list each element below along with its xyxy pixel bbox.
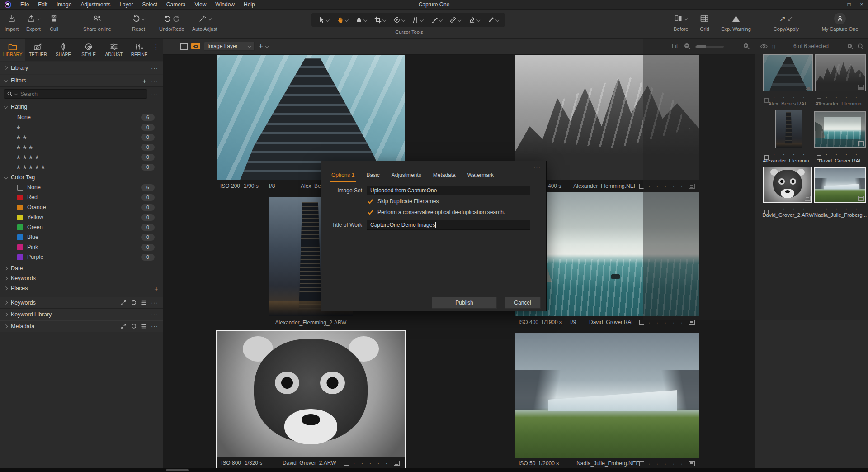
filters-section-header[interactable]: Filters + ··· [0,75,163,87]
rating-dots[interactable]: · · · · · [648,183,685,190]
library-menu-icon[interactable]: ··· [151,65,158,72]
grid-button[interactable]: Grid [700,12,709,32]
rotate-tool[interactable] [393,16,405,24]
filmstrip-zoom-icon[interactable] [847,43,854,50]
select-checkbox[interactable] [344,461,349,466]
import-button[interactable]: Import [5,12,19,32]
menu-file[interactable]: File [16,1,33,8]
keywords-group-header[interactable]: Keywords [0,273,163,283]
dialog-tab-options-1[interactable]: Options 1 [331,172,354,181]
search-menu-icon[interactable]: ··· [151,91,158,98]
menu-layer[interactable]: Layer [115,1,137,8]
dialog-menu-icon[interactable]: ··· [533,163,541,170]
places-group-header[interactable]: Places + [0,283,163,293]
dedup-search-checkbox[interactable]: Perform a conservative optical de-duplic… [368,209,505,215]
color-tag-group-header[interactable]: Color Tag [0,172,163,182]
dialog-tab-metadata[interactable]: Metadata [433,172,456,181]
proof-eye-icon[interactable] [191,43,200,49]
filter-color-orange[interactable]: Orange0 [0,202,163,212]
date-group-header[interactable]: Date [0,263,163,273]
sort-icon[interactable]: ↑↓ [771,43,775,50]
menu-select[interactable]: Select [137,1,161,8]
pan-tool[interactable] [337,16,348,24]
dialog-tab-basic[interactable]: Basic [366,172,379,181]
variants-icon[interactable] [689,184,695,189]
copy-apply-button[interactable]: ↗ ↙ Copy/Apply [769,12,804,32]
photo-nadia-julie-froberg[interactable] [515,333,699,458]
keywords-panel-header[interactable]: Keywords ··· [0,297,163,309]
image-set-field[interactable]: Uploaded from CaptureOne [367,186,530,195]
straighten-tool[interactable] [412,16,423,24]
rating-dots[interactable]: · · · · · [648,319,685,326]
thumb-alexander-flemming-2[interactable] [775,110,802,148]
menu-view[interactable]: View [190,1,211,8]
auto-adjust-button[interactable]: Auto Adjust [192,12,217,32]
draw-mask-tool[interactable] [487,16,499,24]
tab-adjust[interactable]: ADJUST [101,38,127,61]
zoom-out-icon[interactable] [684,43,691,50]
add-filter-icon[interactable]: + [142,77,146,85]
tab-library[interactable]: LIBRARY [0,38,25,61]
select-checkbox[interactable] [639,184,644,189]
filter-rating-1[interactable]: ★0 [0,122,163,132]
export-button[interactable]: Export [26,12,41,32]
tab-refine[interactable]: REFINE [127,38,152,61]
layer-select[interactable]: Image Layer [204,42,255,51]
tab-shape[interactable]: SHAPE [51,38,76,61]
panel-menu-icon[interactable]: ··· [151,311,158,318]
rating-group-header[interactable]: Rating [0,102,163,112]
menu-camera[interactable]: Camera [162,1,190,8]
zoom-in-icon[interactable] [743,43,750,50]
search-options-chevron-icon[interactable] [14,92,18,95]
tab-overflow-menu[interactable]: ··· [153,44,160,52]
select-checkbox[interactable] [639,320,644,325]
keyword-library-panel-header[interactable]: Keyword Library ··· [0,309,163,320]
heal-tool[interactable] [449,16,461,24]
variants-icon[interactable] [394,461,400,466]
menu-edit[interactable]: Edit [33,1,52,8]
thumb-alex-benes[interactable] [763,54,813,91]
metadata-panel-header[interactable]: Metadata ··· [0,320,163,332]
library-section-header[interactable]: Library ··· [0,62,163,74]
filter-rating-4[interactable]: ★★★★0 [0,152,163,162]
menu-window[interactable]: Window [211,1,239,8]
spot-brush-tool[interactable] [431,16,442,24]
tab-style[interactable]: STYLE [76,38,101,61]
menu-adjustments[interactable]: Adjustments [76,1,115,8]
filter-rating-5[interactable]: ★★★★★0 [0,162,163,172]
filter-rating-3[interactable]: ★★★0 [0,142,163,152]
minimize-button[interactable]: — [830,0,843,9]
close-button[interactable]: × [855,0,868,9]
horizontal-scrollbar[interactable] [166,469,189,471]
filter-color-yellow[interactable]: Yellow0 [0,212,163,222]
erase-tool[interactable] [468,16,480,24]
zoom-slider-knob[interactable] [696,45,706,48]
filter-rating-2[interactable]: ★★0 [0,132,163,142]
cull-button[interactable]: Cull [50,12,58,32]
filmstrip-search-icon[interactable] [857,43,864,50]
panel-menu-icon[interactable]: ··· [151,323,158,329]
thumb-nadia-julie-froberg[interactable] [814,167,866,203]
share-online-button[interactable]: Share online [80,12,114,32]
dialog-tab-adjustments[interactable]: Adjustments [392,172,421,181]
cancel-button[interactable]: Cancel [505,297,541,309]
panel-presets-icon[interactable] [141,324,146,329]
add-layer-chevron-icon[interactable] [265,44,269,48]
rating-dots[interactable]: · · · · · [353,460,390,467]
filter-color-green[interactable]: Green0 [0,222,163,232]
dialog-tab-watermark[interactable]: Watermark [467,172,494,181]
photo-david-grover-2[interactable] [217,331,405,457]
panel-reset-icon[interactable] [131,300,137,305]
variants-icon[interactable] [689,461,695,466]
panel-expand-icon[interactable] [121,324,126,329]
variants-icon[interactable] [689,320,695,325]
undo-redo-button[interactable]: Undo/Redo [159,12,184,32]
filter-color-none[interactable]: None6 [0,182,163,192]
filter-rating-none[interactable]: None6 [0,112,163,122]
filter-color-blue[interactable]: Blue0 [0,232,163,242]
loupe-tool[interactable] [355,16,367,24]
photo-cell-selected[interactable]: ISO 800 1/320 s David_Grover_2.ARW · · ·… [216,330,406,470]
select-tool[interactable] [318,16,329,24]
panel-expand-icon[interactable] [121,300,126,305]
filters-menu-icon[interactable]: ··· [151,77,158,84]
